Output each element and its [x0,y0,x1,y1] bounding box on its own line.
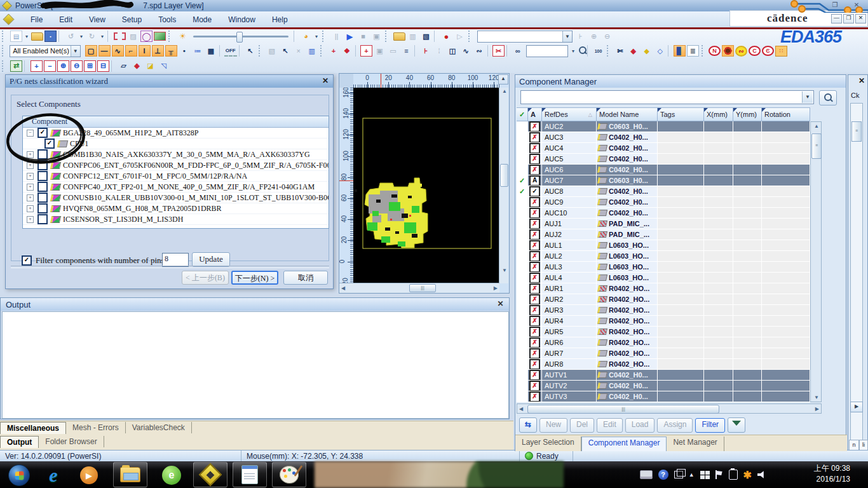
scroll-up-icon[interactable]: ▲ [502,88,507,94]
undo-dropdown[interactable]: ▾ [78,30,85,42]
excluded-icon[interactable]: ✗ [529,305,540,316]
row-state-box[interactable]: ✗ [528,370,542,381]
undo-button[interactable]: ↺ [65,30,77,42]
vscroll-thumb[interactable] [500,164,508,187]
header-x-mm-[interactable]: X(mm) [704,107,733,121]
select-cursor-button[interactable]: ↖ [244,45,256,57]
table-row[interactable]: ✗AUR2R0402_HO... [517,294,810,305]
menu-file[interactable]: File [22,13,51,26]
excluded-icon[interactable]: ✗ [529,283,540,294]
menu-view[interactable]: View [81,13,114,26]
menu-edit[interactable]: Edit [51,13,81,26]
image-box-button[interactable]: ▣ [374,45,386,57]
del-area-button[interactable]: − [44,60,56,72]
side-scroll-track[interactable]: ≡ [850,103,863,447]
excluded-icon[interactable]: ✗ [529,229,540,240]
curve-fit-button[interactable]: ∿ [460,45,472,57]
filter-button[interactable]: Filter [695,418,725,433]
poly-arrow-button[interactable]: ◇ [654,45,666,57]
taskbar-powersi[interactable] [193,462,227,487]
table-row[interactable]: ✗AUR5R0402_HO... [517,327,810,337]
row-state-box[interactable]: ✗ [528,121,542,132]
arc-tool[interactable]: ∿ [112,45,124,57]
record-button[interactable]: ● [440,30,452,42]
menu-window[interactable]: Window [220,13,264,26]
update-button[interactable]: Update [192,252,230,267]
save-workspace-button[interactable]: ▥ [407,30,419,42]
tab-mesh-errors[interactable]: Mesh - Errors [66,422,126,433]
row-state-box[interactable]: A [528,175,542,186]
expand-icon[interactable]: + [27,205,34,212]
row-state-box[interactable]: ✗ [528,359,542,370]
poly-export-button[interactable]: ◹ [158,60,170,72]
restore-windows-icon[interactable] [674,471,683,478]
chevron-down-icon[interactable]: ▼ [802,92,813,103]
ruler-collapse-button[interactable]: ▲ [498,74,508,85]
start-button[interactable] [5,463,33,487]
netlist-tool[interactable]: ≔ [192,45,204,57]
add-area-button[interactable]: + [31,60,43,72]
table-vscroll-thumb[interactable]: ≡ [811,133,822,159]
play-macro-button[interactable]: ▷ [454,30,466,42]
table-row[interactable]: ✗AUC10C0402_H0... [517,208,810,219]
component-checkbox[interactable] [37,149,48,159]
poly-move-button[interactable]: ◈ [131,60,143,72]
tree-item[interactable]: −✓BGA228_49_065MM_H1P2_M_AIT8328P [23,128,329,139]
excluded-icon[interactable]: ✗ [529,327,540,337]
ime-star-icon[interactable]: ✱ [743,469,752,481]
table-row[interactable]: ✗AUJ1PAD_MIC_... [517,219,810,229]
tree-item[interactable]: +CONFPC12_ENT_6701F-01_M_FPC/0_5MM/12P/R… [23,171,329,182]
row-state-box[interactable]: ✗ [528,294,542,305]
collapse-icon[interactable]: − [27,130,34,137]
side-scroll-right-icon[interactable]: ▶ [850,402,863,412]
row-state-box[interactable]: ✗ [528,154,542,165]
component-search-combo[interactable]: ▼ [520,90,814,104]
row-state-box[interactable]: ✗ [528,229,542,240]
move-cursor-button[interactable]: ↖ [279,45,291,57]
header-refdes[interactable]: RefDes△ [542,107,597,121]
expand-icon[interactable]: + [27,173,34,180]
new-file-dropdown[interactable]: ▾ [24,30,30,42]
table-row[interactable]: ✗AUR1R0402_HO... [517,283,810,294]
expand-icon[interactable]: + [27,194,34,201]
table-row[interactable]: ✗AUL3L0603_HO... [517,262,810,273]
plane-tool[interactable]: ╥ [165,45,177,57]
component-checkbox[interactable] [37,182,48,192]
taskbar-green-browser[interactable]: e [158,463,186,487]
poly-add-button[interactable]: ◆ [641,45,653,57]
excluded-icon[interactable]: ✗ [529,294,540,305]
zoom-minus-button[interactable]: ⊖ [601,30,613,42]
sim-setup-button[interactable]: ▣ [370,30,383,42]
tab-net-manager[interactable]: Net Manager [667,437,724,451]
curve-edit-button[interactable]: ∾ [473,45,485,57]
component-grid-tool[interactable]: ▦ [205,45,217,57]
layer-view-hscrollbar[interactable]: ◀ ||| ▶ [339,283,499,293]
component-search-button[interactable] [819,90,837,105]
expand-icon[interactable]: + [27,184,34,191]
expand-icon[interactable]: + [27,151,34,158]
windows-update-icon[interactable] [700,471,710,479]
dialog-close-icon[interactable]: ✕ [320,76,330,86]
image-capture-button[interactable] [154,32,166,41]
row-state-box[interactable]: ✗ [528,273,542,283]
filter-funnel-button[interactable] [728,417,745,433]
component-checkbox[interactable] [37,193,48,203]
table-row[interactable]: ✗AUJ2PAD_MIC_... [517,229,810,240]
excluded-icon[interactable]: ✗ [529,381,540,391]
tree-item[interactable]: ✓CPU1 [23,139,329,149]
expand-icon[interactable]: + [27,162,34,169]
excluded-icon[interactable]: ✗ [529,273,540,283]
excluded-icon[interactable]: ✗ [529,121,540,132]
table-row[interactable]: ✗AUR3R0402_HO... [517,305,810,316]
menu-setup[interactable]: Setup [114,13,150,26]
taskbar-media-player[interactable]: ▶ [75,463,103,487]
component-tree-list[interactable]: Component −✓BGA228_49_065MM_H1P2_M_AIT83… [22,116,329,229]
header-a-column[interactable]: A [528,107,542,121]
table-row[interactable]: ✗AUTV1C0402_H0... [517,370,810,381]
brightness-slider[interactable] [193,36,288,37]
tree-item[interactable]: +HVQFN8_065MM_G_H08_M_TPA2005D1DRBR [23,203,329,214]
delete-button[interactable]: × [292,45,304,57]
taskbar-clock[interactable]: 上午 09:38 2016/1/13 [814,463,850,485]
auto-icon[interactable]: A [529,175,540,186]
table-row[interactable]: ✗AUC5C0402_H0... [517,154,810,165]
